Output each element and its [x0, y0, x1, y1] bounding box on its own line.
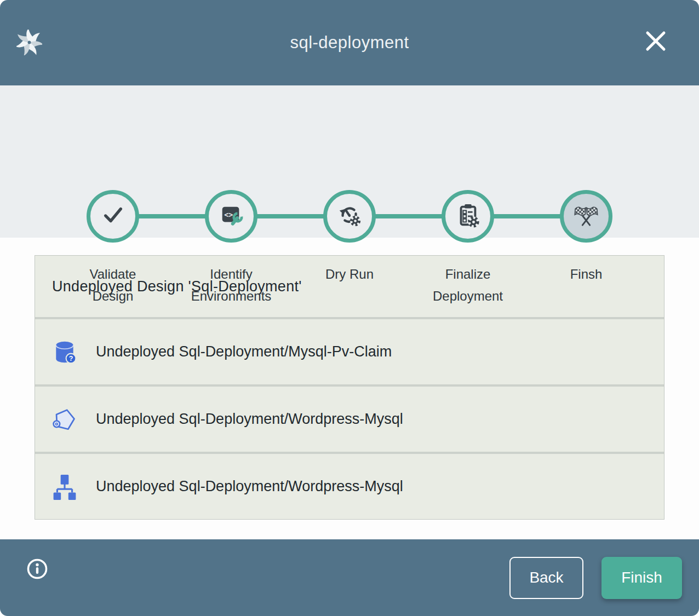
step-label: Dry Run: [307, 263, 392, 285]
step-label: Finalize Deployment: [425, 263, 511, 307]
step-validate-design: Validate Design: [54, 190, 172, 307]
info-icon: [26, 573, 48, 582]
step-label: Finsh: [543, 263, 629, 285]
step-label: Identify Environments: [188, 263, 274, 307]
step-circle-finish[interactable]: [560, 190, 612, 243]
undeployed-item-text: Undeployed Sql-Deployment/Wordpress-Mysq…: [96, 478, 403, 495]
database-icon: ?: [52, 339, 77, 365]
pod-icon: [52, 406, 77, 433]
sync-gear-icon: [337, 203, 362, 230]
step-label: Validate Design: [70, 263, 156, 307]
check-icon: [100, 203, 125, 230]
app-logo-pinwheel-icon: [16, 30, 42, 55]
deployment-wizard-dialog: sql-deployment Vali: [0, 0, 699, 616]
dialog-header: sql-deployment: [0, 0, 699, 85]
info-button[interactable]: [26, 558, 48, 580]
step-circle-finalize-deployment[interactable]: [442, 190, 494, 243]
tree-icon: [52, 474, 77, 500]
undeployed-item-text: Undeployed Sql-Deployment/Mysql-Pv-Claim: [96, 343, 392, 360]
list-item: Undeployed Sql-Deployment/Wordpress-Mysq…: [35, 387, 664, 452]
step-circle-identify-environments[interactable]: <>: [205, 190, 257, 243]
step-finalize-deployment: Finalize Deployment: [409, 190, 527, 307]
finish-flags-icon: [574, 203, 599, 230]
list-item: ? Undeployed Sql-Deployment/Mysql-Pv-Cla…: [35, 319, 664, 384]
finish-button[interactable]: Finish: [601, 557, 682, 599]
close-icon: [643, 28, 668, 55]
svg-text:<>: <>: [224, 211, 233, 219]
step-circle-dry-run[interactable]: [323, 190, 376, 243]
step-identify-environments: <> Identify Environments: [172, 190, 290, 307]
close-button[interactable]: [643, 29, 668, 54]
svg-text:?: ?: [69, 355, 73, 362]
list-item: Undeployed Sql-Deployment/Wordpress-Mysq…: [35, 454, 664, 519]
clipboard-gear-icon: [455, 203, 480, 230]
dialog-footer: Back Finish: [0, 539, 699, 616]
step-finish: Finsh: [527, 190, 645, 307]
step-dry-run: Dry Run: [290, 190, 409, 307]
wizard-stepper: Validate Design <>: [0, 85, 699, 238]
code-wrench-icon: <>: [219, 203, 244, 230]
back-button[interactable]: Back: [509, 557, 583, 599]
step-circle-validate-design[interactable]: [87, 190, 139, 243]
undeployed-item-text: Undeployed Sql-Deployment/Wordpress-Mysq…: [96, 411, 403, 428]
dialog-title: sql-deployment: [290, 33, 409, 53]
